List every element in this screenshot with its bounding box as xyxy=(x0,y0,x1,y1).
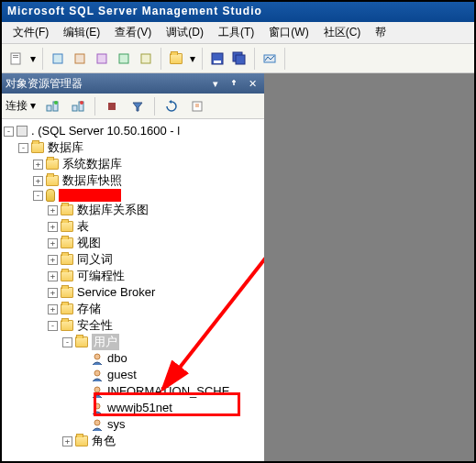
user-guest-node[interactable]: guest xyxy=(107,367,137,383)
svg-point-18 xyxy=(80,101,83,105)
svg-rect-2 xyxy=(13,57,18,58)
folder-icon xyxy=(61,287,73,298)
activity-monitor-button[interactable] xyxy=(259,48,281,70)
security-node[interactable]: 安全性 xyxy=(77,317,113,334)
user-icon xyxy=(91,402,104,414)
expander-icon[interactable]: + xyxy=(33,176,43,186)
svg-rect-3 xyxy=(53,54,62,63)
svg-rect-7 xyxy=(141,54,150,63)
folder-icon xyxy=(61,221,73,232)
expander-icon[interactable]: + xyxy=(48,255,58,265)
db-engine-query-button[interactable] xyxy=(47,48,69,70)
folder-icon xyxy=(75,435,88,446)
expander-icon[interactable]: + xyxy=(48,205,58,215)
users-node[interactable]: 用户 xyxy=(92,334,119,350)
user-infoschema-node[interactable]: INFORMATION_SCHE xyxy=(107,383,229,400)
user-highlighted-node[interactable]: wwwjb51net xyxy=(107,400,172,416)
expander-icon[interactable]: + xyxy=(48,238,58,248)
user-icon xyxy=(91,352,104,365)
server-icon xyxy=(17,126,28,137)
service-broker-node[interactable]: Service Broker xyxy=(77,284,155,301)
save-button[interactable] xyxy=(206,48,228,70)
svg-rect-4 xyxy=(75,54,84,63)
svg-point-24 xyxy=(94,403,100,409)
content-area: 对象资源管理器 ▾ ✕ 连接 ▾ -. (SQL Server 1 xyxy=(2,73,474,461)
folder-icon xyxy=(61,270,73,281)
database-icon xyxy=(46,189,55,202)
menu-edit[interactable]: 编辑(E) xyxy=(56,23,107,42)
expander-icon[interactable]: + xyxy=(48,222,58,232)
disconnect-button[interactable] xyxy=(67,95,89,117)
expander-icon[interactable]: - xyxy=(4,127,14,137)
connect-dropdown[interactable]: 连接 ▾ xyxy=(6,98,36,114)
save-all-button[interactable] xyxy=(228,48,250,70)
app-window: Microsoft SQL Server Management Studio 文… xyxy=(0,0,476,463)
snapshots-node[interactable]: 数据库快照 xyxy=(62,172,122,189)
expander-icon[interactable]: + xyxy=(48,288,58,298)
svg-point-23 xyxy=(94,387,100,392)
stop-button[interactable] xyxy=(101,95,123,117)
dmx-query-button[interactable] xyxy=(91,48,113,70)
open-file-button[interactable] xyxy=(165,48,187,70)
expander-icon[interactable]: - xyxy=(18,143,28,153)
svg-point-21 xyxy=(94,354,100,359)
menu-window[interactable]: 窗口(W) xyxy=(261,23,315,42)
tables-node[interactable]: 表 xyxy=(77,218,89,235)
expander-icon[interactable]: + xyxy=(48,271,58,281)
object-explorer-tree[interactable]: -. (SQL Server 10.50.1600 - l -数据库 +系统数据… xyxy=(2,119,264,461)
svg-rect-5 xyxy=(97,54,106,63)
refresh-button[interactable] xyxy=(161,95,183,117)
svg-rect-9 xyxy=(214,61,221,63)
server-node[interactable]: . (SQL Server 10.50.1600 - l xyxy=(31,123,180,139)
new-query-button[interactable] xyxy=(6,48,28,70)
menu-view[interactable]: 查看(V) xyxy=(107,23,159,42)
expander-icon[interactable]: - xyxy=(48,321,58,331)
title-bar[interactable]: Microsoft SQL Server Management Studio xyxy=(2,2,474,22)
svg-rect-1 xyxy=(13,55,18,56)
expander-icon[interactable]: - xyxy=(33,191,43,201)
synonyms-node[interactable]: 同义词 xyxy=(77,251,113,268)
ce-query-button[interactable] xyxy=(135,48,157,70)
user-icon xyxy=(91,385,104,398)
folder-icon xyxy=(61,303,73,314)
folder-icon xyxy=(46,159,59,170)
views-node[interactable]: 视图 xyxy=(77,235,101,251)
menu-tools[interactable]: 工具(T) xyxy=(211,23,261,42)
diagrams-node[interactable]: 数据库关系图 xyxy=(77,202,149,218)
roles-node[interactable]: 角色 xyxy=(92,433,116,449)
open-dropdown[interactable]: ▾ xyxy=(187,48,198,70)
panel-header: 对象资源管理器 ▾ ✕ xyxy=(2,73,264,94)
svg-rect-11 xyxy=(236,55,245,64)
folder-icon xyxy=(61,204,73,215)
properties-button[interactable] xyxy=(186,95,208,117)
expander-icon[interactable]: + xyxy=(62,436,72,446)
filter-button[interactable] xyxy=(127,95,149,117)
panel-pin-button[interactable] xyxy=(226,76,242,91)
storage-node[interactable]: 存储 xyxy=(77,301,101,317)
folder-icon xyxy=(46,175,59,186)
mdx-query-button[interactable] xyxy=(69,48,91,70)
folder-icon xyxy=(75,336,88,347)
svg-rect-19 xyxy=(108,103,116,110)
expander-icon[interactable]: - xyxy=(62,337,72,347)
panel-dropdown-button[interactable]: ▾ xyxy=(207,76,224,91)
menu-community[interactable]: 社区(C) xyxy=(316,23,369,42)
user-dbo-node[interactable]: dbo xyxy=(107,350,127,367)
menu-help[interactable]: 帮 xyxy=(368,23,393,42)
xmla-query-button[interactable] xyxy=(113,48,135,70)
databases-node[interactable]: 数据库 xyxy=(48,139,83,156)
menu-debug[interactable]: 调试(D) xyxy=(159,23,211,42)
connect-object-explorer-button[interactable] xyxy=(41,95,63,117)
svg-rect-6 xyxy=(119,54,128,63)
programmability-node[interactable]: 可编程性 xyxy=(77,268,125,284)
panel-title: 对象资源管理器 xyxy=(6,76,83,92)
menu-file[interactable]: 文件(F) xyxy=(6,23,56,42)
expander-icon[interactable]: + xyxy=(33,160,43,170)
sysdb-node[interactable]: 系统数据库 xyxy=(62,156,122,172)
panel-close-button[interactable]: ✕ xyxy=(244,76,260,91)
user-sys-node[interactable]: sys xyxy=(107,416,126,433)
database-node-redacted[interactable] xyxy=(59,189,121,202)
expander-icon[interactable]: + xyxy=(48,304,58,314)
folder-icon xyxy=(61,320,73,331)
new-query-dropdown[interactable]: ▾ xyxy=(28,48,39,70)
